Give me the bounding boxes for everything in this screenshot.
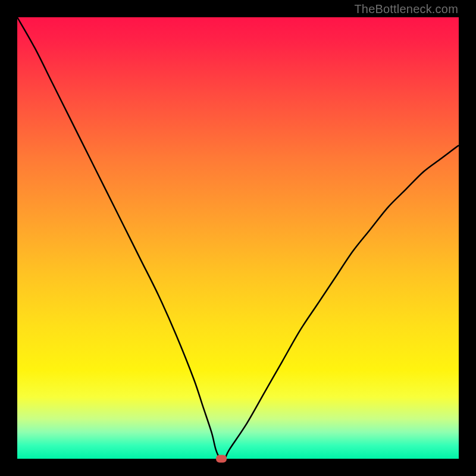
curve-path (17, 17, 459, 460)
chart-container: TheBottleneck.com (0, 0, 476, 476)
watermark-text: TheBottleneck.com (354, 2, 458, 16)
optimum-marker (216, 455, 227, 463)
bottleneck-curve (17, 17, 459, 459)
